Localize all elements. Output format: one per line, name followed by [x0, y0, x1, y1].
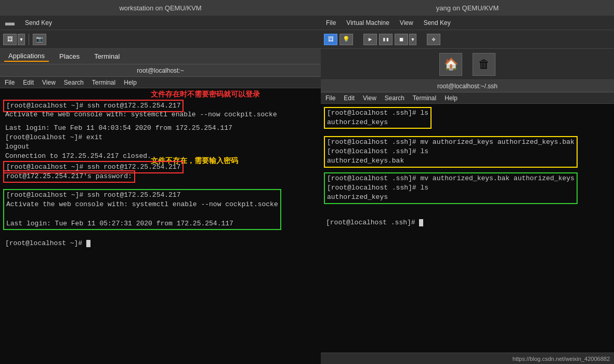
right-terminal-title: root@localhost:~/.ssh — [321, 80, 614, 92]
left-tmenu-help[interactable]: Help — [121, 78, 139, 87]
nav-applications[interactable]: Applications — [4, 51, 49, 62]
monitor-dropdown[interactable]: ▼ — [18, 34, 25, 45]
left-navbar: Applications Places Terminal — [0, 49, 321, 64]
box-successful-login: [root@localhost ~]# ssh root@172.25.254.… — [3, 189, 281, 230]
left-tmenu-terminal[interactable]: Terminal — [89, 78, 118, 87]
right-play-icon[interactable]: ▶ — [363, 34, 377, 45]
line-ssh-1: [root@localhost ~]# ssh root@172.25.254.… — [6, 102, 180, 110]
left-toolbar: 🖼 ▼ 📷 — [0, 30, 321, 49]
right-final-prompt: [root@localhost .ssh]# — [326, 218, 423, 227]
right-terminal-content: [root@localhost .ssh]# ls authorized_key… — [321, 104, 614, 353]
statusbar-url: https://blog.csdn.net/weixin_42006882 — [513, 356, 610, 362]
right-tmenu-view[interactable]: View — [360, 94, 379, 102]
left-titlebar: workstation on QEMU/KVM — [0, 0, 321, 16]
right-menu-vm[interactable]: Virtual Machine — [343, 18, 393, 28]
right-line-7: authorized_keys — [327, 193, 574, 202]
right-stop-dropdown[interactable]: ▼ — [409, 34, 416, 45]
right-menubar: File Virtual Machine View Send Key — [321, 16, 614, 30]
line-prompt-final: [root@localhost ~]# — [5, 239, 90, 248]
right-fullscreen-icon[interactable]: ✥ — [427, 34, 440, 45]
line-empty — [6, 209, 278, 219]
right-bulb-icon[interactable]: 💡 — [339, 34, 353, 45]
box-password-prompt: root@172.25.254.217's password: — [3, 170, 135, 183]
left-terminal-menubar: File Edit View Search Terminal Help — [0, 77, 321, 88]
right-menu-file[interactable]: File — [323, 18, 339, 28]
nav-terminal[interactable]: Terminal — [90, 51, 124, 61]
monitor-btn-group: 🖼 ▼ — [3, 34, 25, 45]
line-exit: [root@localhost ~]# exit — [5, 133, 102, 142]
left-tmenu-view[interactable]: View — [40, 78, 58, 87]
right-line-5: [root@localhost .ssh]# mv authorized_key… — [327, 174, 574, 183]
screenshot-icon[interactable]: 📷 — [33, 34, 46, 45]
right-title: yang on QEMU/KVM — [436, 4, 499, 12]
left-menubar: ▬ Send Key — [0, 16, 321, 30]
left-tmenu-search[interactable]: Search — [61, 78, 86, 87]
right-window: yang on QEMU/KVM File Virtual Machine Vi… — [321, 0, 614, 364]
right-stop-group: ■ ▼ — [395, 34, 416, 45]
left-tmenu-file[interactable]: File — [2, 78, 17, 87]
left-window: workstation on QEMU/KVM ▬ Send Key 🖼 ▼ 📷… — [0, 0, 321, 364]
left-menu-item-0[interactable]: ▬ — [2, 16, 18, 29]
right-terminal-menubar: File Edit View Search Terminal Help — [321, 92, 614, 104]
right-menu-view[interactable]: View — [397, 18, 416, 28]
left-menu-sendkey[interactable]: Send Key — [22, 18, 55, 28]
right-tmenu-file[interactable]: File — [323, 94, 338, 102]
toolbar-separator — [29, 34, 29, 45]
cursor-right — [419, 219, 423, 226]
line-connection-closed: Connection to 172.25.254.217 closed. — [5, 152, 151, 161]
right-line-0: [root@localhost .ssh]# ls — [327, 109, 428, 118]
right-line-6: [root@localhost .ssh]# ls — [327, 183, 574, 193]
right-menu-sendkey[interactable]: Send Key — [421, 18, 454, 28]
cursor-left — [86, 240, 90, 247]
left-terminal-content: 文件存在时不需要密码就可以登录 [root@localhost ~]# ssh … — [0, 88, 321, 364]
right-line-4: authorized_keys.bak — [327, 156, 574, 166]
left-terminal-title: root@localhost:~ — [0, 64, 321, 77]
home-icon[interactable]: 🏠 — [439, 53, 462, 76]
box-mv-ls: [root@localhost .ssh]# mv authorized_key… — [324, 136, 578, 168]
right-pause-icon[interactable]: ▮▮ — [379, 34, 393, 45]
nav-places[interactable]: Places — [55, 51, 84, 61]
box-mv-back: [root@localhost .ssh]# mv authorized_key… — [324, 172, 578, 204]
right-tmenu-help[interactable]: Help — [442, 94, 460, 102]
right-stop-icon[interactable]: ■ — [395, 34, 408, 45]
line-lastlogin-2: Last login: Tue Feb 11 05:27:31 2020 fro… — [6, 219, 278, 228]
box-ls-first: [root@localhost .ssh]# ls authorized_key… — [324, 107, 432, 129]
line-activate: Activate the web console with: systemctl… — [5, 110, 277, 119]
line-ssh-3: [root@localhost ~]# ssh root@172.25.254.… — [6, 191, 278, 200]
trash-icon[interactable]: 🗑 — [473, 53, 495, 76]
right-tmenu-terminal[interactable]: Terminal — [410, 94, 439, 102]
line-logout: logout — [5, 142, 30, 152]
right-line-2: [root@localhost .ssh]# mv authorized_key… — [327, 138, 574, 147]
right-monitor-icon[interactable]: 🖼 — [324, 34, 337, 45]
right-icons-area: 🏠 🗑 — [321, 49, 614, 80]
line-activate-2: Activate the web console with: systemctl… — [6, 200, 278, 209]
monitor-icon[interactable]: 🖼 — [3, 34, 17, 45]
right-line-3: [root@localhost .ssh]# ls — [327, 147, 574, 156]
annotation-red-top: 文件存在时不需要密码就可以登录 — [151, 89, 260, 100]
right-tmenu-search[interactable]: Search — [382, 94, 407, 102]
line-lastlogin1: Last login: Tue Feb 11 04:03:54 2020 fro… — [5, 124, 232, 133]
left-title: workstation on QEMU/KVM — [119, 4, 201, 12]
right-statusbar: https://blog.csdn.net/weixin_42006882 — [321, 353, 614, 364]
right-tmenu-edit[interactable]: Edit — [341, 94, 357, 102]
right-line-1: authorized_keys — [327, 118, 428, 127]
right-titlebar: yang on QEMU/KVM — [321, 0, 614, 16]
left-tmenu-edit[interactable]: Edit — [20, 78, 36, 87]
right-toolbar: 🖼 💡 ▶ ▮▮ ■ ▼ ✥ — [321, 30, 614, 49]
